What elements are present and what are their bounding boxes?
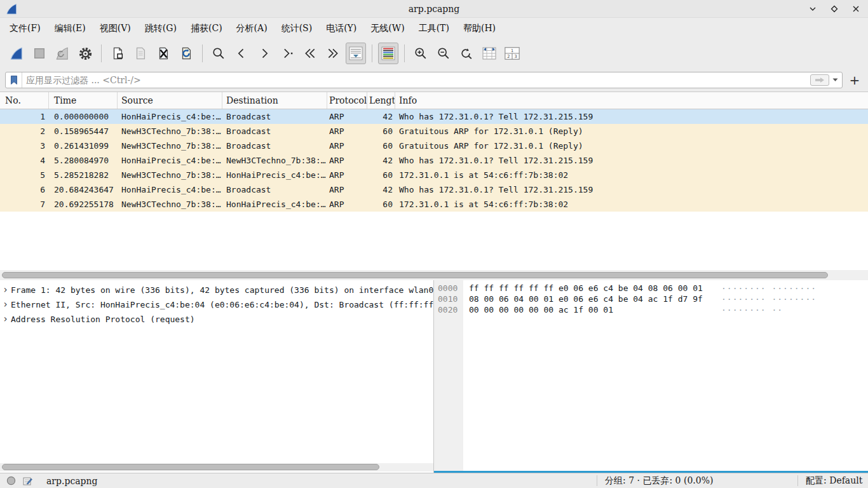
column-header-info[interactable]: Info — [395, 92, 868, 109]
packet-row-7[interactable]: 7 20.692255178 NewH3CTechno_7b:38:… HonH… — [0, 197, 868, 212]
menu-tools[interactable]: 工具(T) — [412, 20, 456, 37]
cell-source: NewH3CTechno_7b:38:… — [118, 170, 222, 180]
add-filter-button[interactable]: + — [846, 72, 863, 88]
find-packet-button[interactable] — [208, 43, 229, 64]
double-chevron-right-icon — [326, 47, 340, 60]
details-hscrollbar[interactable] — [0, 463, 433, 471]
colorize-toggle[interactable] — [378, 43, 398, 64]
statusbar-profile[interactable]: 配置: Default — [806, 473, 862, 488]
menu-capture[interactable]: 捕获(C) — [184, 20, 229, 37]
double-chevron-left-icon — [303, 47, 317, 60]
menu-edit[interactable]: 编辑(E) — [48, 20, 93, 37]
filter-dropdown-button[interactable] — [831, 72, 839, 88]
detail-row-ethernet[interactable]: › Ethernet II, Src: HonHaiPrecis_c4:be:0… — [0, 297, 433, 312]
zoom-out-button[interactable] — [433, 43, 454, 64]
cell-time: 5.280084970 — [49, 156, 118, 165]
minimize-button[interactable] — [807, 3, 818, 15]
colorize-icon — [381, 46, 396, 61]
hex-row-0000[interactable]: 0000 ff ff ff ff ff ff e0 06 e6 c4 be 04… — [434, 283, 868, 294]
bookmark-icon — [10, 75, 18, 85]
cell-no: 6 — [0, 185, 49, 194]
packet-bytes-pane: 0000 ff ff ff ff ff ff e0 06 e6 c4 be 04… — [434, 280, 868, 473]
hex-ascii: ········ ········ — [721, 294, 817, 304]
hex-row-0010[interactable]: 0010 08 00 06 04 00 01 e0 06 e6 c4 be 04… — [434, 294, 868, 304]
expand-chevron-icon[interactable]: › — [0, 312, 11, 327]
menu-wireless[interactable]: 无线(W) — [363, 20, 411, 37]
autoscroll-toggle[interactable] — [346, 43, 366, 64]
column-header-protocol[interactable]: Protocol — [327, 92, 367, 109]
column-header-length[interactable]: Length — [367, 92, 395, 109]
filter-bookmark-button[interactable] — [6, 72, 22, 88]
resize-columns-button[interactable] — [479, 43, 499, 64]
packet-list-hscrollbar[interactable] — [0, 270, 868, 280]
close-file-button[interactable] — [153, 43, 173, 64]
cell-time: 20.684243647 — [49, 185, 118, 194]
zoom-in-button[interactable] — [410, 43, 431, 64]
cell-protocol: ARP — [327, 185, 367, 194]
menu-file[interactable]: 文件(F) — [3, 20, 48, 37]
detail-row-arp[interactable]: › Address Resolution Protocol (request) — [0, 312, 433, 327]
go-to-packet-button[interactable] — [277, 43, 297, 64]
reload-file-button[interactable] — [176, 43, 196, 64]
start-capture-button[interactable] — [6, 43, 27, 64]
close-button[interactable] — [850, 3, 862, 15]
restart-capture-button[interactable] — [52, 43, 72, 64]
packet-row-1[interactable]: 1 0.000000000 HonHaiPrecis_c4:be:… Broad… — [0, 109, 868, 124]
detail-row-frame[interactable]: › Frame 1: 42 bytes on wire (336 bits), … — [0, 283, 433, 297]
expand-chevron-icon[interactable]: › — [0, 297, 11, 312]
menu-telephony[interactable]: 电话(Y) — [319, 20, 363, 37]
go-last-button[interactable] — [323, 43, 343, 64]
column-header-source[interactable]: Source — [118, 92, 222, 109]
open-file-button[interactable] — [107, 43, 128, 64]
svg-text:2: 2 — [507, 54, 510, 59]
zoom-reset-button[interactable] — [456, 43, 477, 64]
column-header-no[interactable]: No. — [0, 92, 49, 109]
layout-chooser-button[interactable]: 1 2 3 — [502, 43, 522, 64]
capture-comment-icon[interactable] — [22, 476, 32, 486]
maximize-icon — [830, 4, 839, 13]
go-to-packet-icon — [280, 47, 294, 60]
menu-statistics[interactable]: 统计(S) — [275, 20, 320, 37]
column-header-destination[interactable]: Destination — [222, 92, 327, 109]
zoom-in-icon — [414, 46, 428, 60]
cell-source: HonHaiPrecis_c4:be:… — [118, 112, 222, 121]
packet-row-3[interactable]: 3 0.261431099 NewH3CTechno_7b:38:… Broad… — [0, 139, 868, 153]
search-icon — [212, 46, 226, 60]
stop-capture-button[interactable] — [29, 43, 50, 64]
gear-icon — [78, 46, 93, 61]
apply-filter-button[interactable] — [810, 74, 829, 86]
expert-info-icon[interactable] — [6, 476, 16, 485]
scrollbar-thumb[interactable] — [2, 464, 379, 470]
open-file-icon — [111, 46, 125, 60]
packet-row-2[interactable]: 2 0.158965447 NewH3CTechno_7b:38:… Broad… — [0, 124, 868, 139]
packet-row-4[interactable]: 4 5.280084970 HonHaiPrecis_c4:be:… NewH3… — [0, 153, 868, 168]
display-filter-input[interactable] — [22, 75, 810, 85]
cell-protocol: ARP — [327, 112, 367, 121]
column-header-time[interactable]: Time — [49, 92, 118, 109]
capture-options-button[interactable] — [75, 43, 95, 64]
cell-source: HonHaiPrecis_c4:be:… — [118, 156, 222, 165]
save-file-button[interactable] — [130, 43, 151, 64]
cell-destination: Broadcast — [222, 185, 327, 194]
scrollbar-thumb[interactable] — [2, 272, 828, 278]
cell-info: Who has 172.31.0.1? Tell 172.31.215.159 — [395, 185, 868, 194]
go-forward-button[interactable] — [254, 43, 275, 64]
cell-info: Gratuitous ARP for 172.31.0.1 (Reply) — [395, 141, 868, 151]
packet-row-5[interactable]: 5 5.285218282 NewH3CTechno_7b:38:… HonHa… — [0, 168, 868, 182]
filter-bar: + — [0, 68, 868, 92]
go-first-button[interactable] — [300, 43, 320, 64]
menu-go[interactable]: 跳转(G) — [138, 20, 184, 37]
menu-analyze[interactable]: 分析(A) — [229, 20, 275, 37]
menu-help[interactable]: 帮助(H) — [456, 20, 503, 37]
expand-chevron-icon[interactable]: › — [0, 283, 11, 297]
hex-row-0020[interactable]: 0020 00 00 00 00 00 00 ac 1f 00 01 ·····… — [434, 304, 868, 315]
detail-text: Address Resolution Protocol (request) — [11, 312, 195, 327]
go-back-button[interactable] — [231, 43, 252, 64]
chevron-left-icon — [235, 47, 248, 60]
maximize-button[interactable] — [829, 3, 840, 15]
cell-destination: Broadcast — [222, 141, 327, 151]
cell-protocol: ARP — [327, 156, 367, 165]
packet-row-6[interactable]: 6 20.684243647 HonHaiPrecis_c4:be:… Broa… — [0, 182, 868, 197]
window-controls — [807, 0, 862, 18]
menu-view[interactable]: 视图(V) — [93, 20, 138, 37]
